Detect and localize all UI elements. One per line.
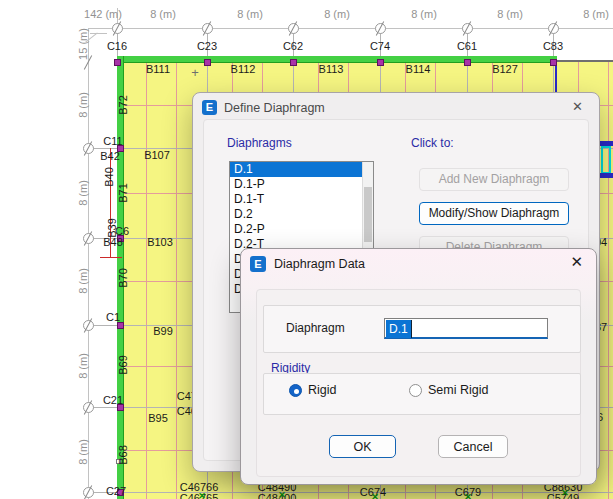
modify-show-diaphragm-button[interactable]: Modify/Show Diaphragm	[419, 202, 569, 225]
column-label: C74	[370, 41, 390, 52]
dimension-label: 8 (m)	[411, 9, 437, 20]
dialog-title: Diaphragm Data	[274, 257, 365, 271]
diaphragm-data-dialog: E Diaphragm Data ✕ Diaphragm D.1 Rigidit…	[240, 248, 597, 485]
column-label: C83	[543, 41, 563, 52]
red-beam-line	[100, 257, 122, 258]
selected-point-marker: ✕	[278, 490, 286, 499]
selected-point-marker: ✕	[198, 491, 206, 499]
beam-label: B113	[319, 64, 344, 75]
dialog-title: Define Diaphragm	[224, 101, 325, 115]
etabs-screen: 142 (m)8 (m)8 (m)8 (m)8 (m)8 (m)8 (m)15 …	[0, 0, 613, 499]
beam-label: B107	[144, 150, 170, 161]
column-marker	[464, 59, 471, 66]
column-label: C48400	[258, 493, 297, 499]
column-marker	[377, 59, 384, 66]
ok-button[interactable]: OK	[329, 435, 396, 458]
dimension-label: 8 (m)	[237, 9, 263, 20]
diaphragm-list-item[interactable]: D.1-T	[230, 192, 373, 207]
beam-label: B95	[148, 413, 168, 424]
selected-point-marker: ✕	[561, 488, 569, 499]
beam-label: B71	[118, 183, 129, 203]
click-to-label: Click to:	[411, 136, 454, 150]
diaphragm-list-item[interactable]: D.2	[230, 207, 373, 222]
column-label: C16	[107, 41, 127, 52]
column-label: C62	[283, 41, 303, 52]
column-marker	[117, 322, 124, 329]
dimension-label: 8 (m)	[78, 92, 89, 118]
dimension-label: 8 (m)	[78, 353, 89, 379]
beam-label: B48	[103, 237, 123, 248]
column-marker	[290, 59, 297, 66]
column-label: C61	[457, 41, 477, 52]
beam-label: B103	[147, 237, 173, 248]
dimension-label: 15 (m)	[78, 28, 89, 60]
diaphragm-field-label: Diaphragm	[286, 321, 345, 335]
beam-label: B68	[118, 445, 129, 465]
input-selected-text: D.1	[386, 320, 412, 338]
diaphragm-input[interactable]: D.1	[384, 318, 548, 339]
column-marker	[550, 59, 557, 66]
column-marker	[204, 59, 211, 66]
diaphragm-list-item[interactable]: D.1-P	[230, 177, 373, 192]
etabs-icon: E	[202, 100, 217, 115]
close-icon[interactable]: ✕	[572, 100, 583, 114]
close-icon[interactable]: ✕	[570, 255, 583, 269]
beam-label: B112	[231, 64, 256, 75]
crosshair-marker: +	[191, 67, 199, 78]
dimension-label: 8 (m)	[324, 9, 350, 20]
dimension-line	[88, 28, 613, 29]
beam-label: B72	[118, 95, 129, 115]
dimension-label: 8 (m)	[78, 268, 89, 294]
grid-line-horizontal	[88, 492, 613, 493]
column-marker	[114, 59, 121, 66]
selected-beam-line	[555, 63, 557, 92]
diaphragm-list-item[interactable]: D.2-P	[230, 222, 373, 237]
dimension-label: 8 (m)	[78, 439, 89, 465]
selected-point-marker: ✕	[464, 492, 472, 499]
selected-wall-outline	[601, 146, 611, 174]
beam-label: B70	[118, 268, 129, 288]
column-label: C23	[197, 41, 217, 52]
cancel-button[interactable]: Cancel	[438, 435, 508, 458]
beam-label: B111	[146, 64, 170, 75]
selected-point-marker: ✕	[371, 492, 379, 499]
radio-label[interactable]: Semi Rigid	[428, 383, 488, 397]
dimension-label: 8 (m)	[150, 9, 176, 20]
beam-label: B114	[406, 64, 431, 75]
column-label: C11	[103, 136, 122, 147]
diaphragms-group-label: Diaphragms	[227, 136, 292, 150]
radio-label[interactable]: Rigid	[308, 383, 337, 397]
dimension-leader	[90, 33, 107, 34]
column-label: C21	[103, 395, 123, 406]
dimension-label: 8 (m)	[497, 9, 523, 20]
column-label: C27	[106, 486, 126, 497]
beam-label: B42	[100, 151, 120, 162]
dimension-label: 8 (m)	[583, 9, 609, 20]
dimension-label: 8 (m)	[78, 180, 89, 206]
radio-rigid[interactable]	[289, 384, 302, 397]
diaphragm-list-item[interactable]: D.1	[230, 162, 373, 177]
scrollbar-thumb[interactable]	[364, 187, 372, 242]
beam-label: B99	[153, 326, 173, 337]
radio-semi-rigid[interactable]	[409, 384, 422, 397]
column-label: C1	[106, 312, 120, 323]
dimension-label: 142 (m)	[84, 9, 122, 20]
beam-label: B69	[118, 355, 129, 375]
beam-label: B40	[104, 167, 115, 187]
slab-edge-right	[557, 60, 613, 62]
beam-label: B127	[492, 64, 518, 75]
etabs-icon: E	[250, 256, 266, 272]
add-new-diaphragm-button[interactable]: Add New Diaphragm	[419, 168, 569, 191]
